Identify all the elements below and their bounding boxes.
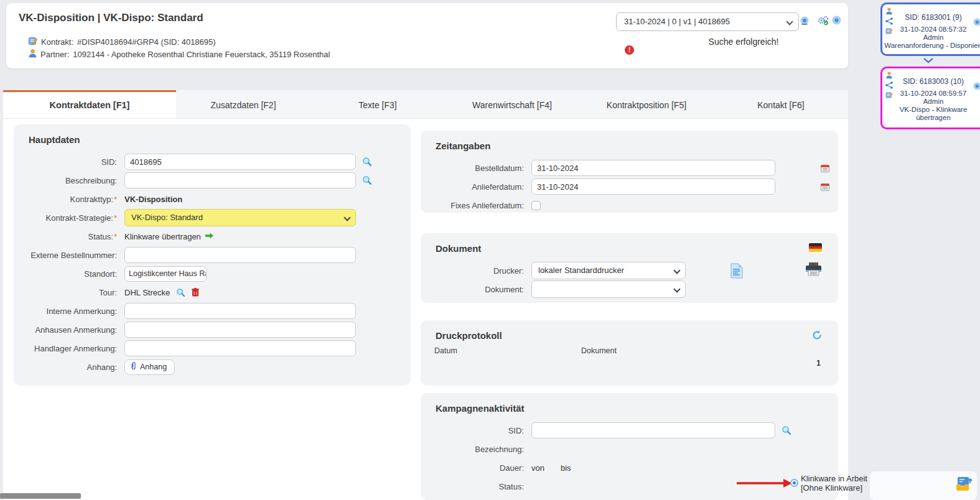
edit-note-icon[interactable] [885, 27, 893, 36]
record-disc-icon[interactable] [832, 16, 841, 27]
drucker-row: Drucker: lokaler Standarddrucker [421, 261, 838, 280]
klinkware-status-option[interactable]: Klinkware in Arbeit [Ohne Klinkware] [801, 474, 867, 493]
standort-value-box[interactable]: Logistikcenter Haus Ra [124, 266, 207, 282]
column-header-dokument: Dokument [581, 346, 617, 355]
record-disc-icon[interactable] [973, 18, 980, 27]
history-card-2[interactable]: SID: 6183003 (10) 31-10-2024 08:59:57 Ad… [880, 67, 980, 129]
column-header-datum: Datum [434, 346, 457, 355]
page-title: VK-Disposition | VK-Dispo: Standard [19, 12, 203, 24]
kampagne-sid-row: SID: [421, 421, 838, 440]
drucker-select[interactable]: lokaler Standarddrucker [531, 262, 686, 279]
kampagne-status-label: Status: [424, 482, 531, 491]
app-window: VK-Disposition | VK-Dispo: Standard Kont… [0, 0, 980, 500]
dauer-values: vonbis [531, 463, 587, 473]
delete-trash-icon[interactable] [192, 288, 199, 297]
share-icon[interactable] [885, 81, 893, 90]
interne-anmerkung-label: Interne Anmerkung: [17, 307, 124, 316]
record-disc-icon[interactable] [973, 82, 980, 91]
history-card-user: Admin [884, 34, 980, 42]
edit-note-icon[interactable] [885, 91, 893, 100]
settings-gears-icon[interactable] [818, 16, 829, 29]
panel-title: Kampagnenaktivität [421, 393, 838, 421]
bestelldatum-input[interactable] [531, 160, 775, 176]
strategie-row: Kontrakt-Strategie:* VK-Dispo: Standard [14, 208, 411, 227]
person-icon [885, 72, 893, 80]
fixes-anlieferdatum-checkbox[interactable] [531, 201, 541, 210]
tab-zusatzdaten[interactable]: Zusatzdaten [F2] [176, 90, 310, 118]
interne-anmerkung-input[interactable] [124, 303, 356, 319]
status-message: Suche erfolgreich! [666, 37, 821, 47]
panel-title: Hauptdaten [14, 124, 411, 152]
anhausen-anmerkung-label: Anhausen Anmerkung: [17, 325, 124, 335]
history-card-meta: 31-10-2024 08:57:32 Admin Warenanforderu… [884, 25, 980, 50]
refresh-icon[interactable] [812, 330, 822, 343]
flow-chevron-down-icon [923, 55, 934, 66]
klinkware-radio[interactable] [790, 479, 798, 487]
reload-search-icon[interactable] [800, 16, 810, 29]
share-icon[interactable] [885, 17, 893, 26]
druckprotokoll-panel: Druckprotokoll Datum Dokument 1 [421, 320, 838, 386]
partner-line: Partner: 1092144 - Apotheke Rosenthal Ch… [29, 49, 330, 60]
sid-label: SID: [17, 157, 124, 167]
sid-input[interactable] [124, 154, 356, 170]
kontrakt-value: #DISP4018694#GRP4 (SID: 4018695) [77, 37, 216, 47]
header-card: VK-Disposition | VK-Dispo: Standard Kont… [6, 3, 848, 68]
dokument-select[interactable] [531, 280, 686, 298]
anhausen-anmerkung-row: Anhausen Anmerkung: [14, 320, 411, 339]
history-card-status: Warenanforderung - Disponiert [884, 42, 980, 50]
tab-kontraktdaten[interactable]: Kontraktdaten [F1] [3, 90, 176, 118]
search-icon[interactable] [362, 157, 372, 167]
kontrakttyp-row: Kontrakttyp:* VK-Disposition [14, 190, 411, 208]
externe-bestellnummer-input[interactable] [124, 247, 356, 263]
kontrakt-label: Kontrakt: [41, 37, 73, 47]
kampagne-sid-label: SID: [424, 426, 531, 435]
calendar-icon[interactable] [821, 183, 829, 191]
beschreibung-input[interactable] [124, 172, 356, 188]
handlager-anmerkung-row: Handlager Anmerkung: [14, 339, 411, 358]
fixes-anlieferdatum-label: Fixes Anlieferdatum: [424, 201, 531, 210]
horizontal-scrollbar-thumb[interactable] [0, 493, 81, 499]
externe-bestellnummer-row: Externe Bestellnummer: [14, 246, 411, 264]
dokument-panel: Dokument Drucker: lokaler Standarddrucke… [421, 233, 838, 303]
status-forward-arrow-icon[interactable] [205, 232, 214, 241]
chevron-down-icon [673, 267, 680, 274]
dauer-label: Dauer: [424, 463, 531, 473]
search-icon[interactable] [176, 288, 185, 297]
chevron-down-icon [343, 214, 350, 221]
dokument-label: Dokument: [424, 285, 531, 294]
error-exclamation-icon: ! [625, 45, 634, 55]
dauer-row: Dauer: vonbis [421, 458, 838, 477]
tab-warenwirtschaft[interactable]: Warenwirtschaft [F4] [445, 90, 579, 118]
status-label: Status:* [17, 232, 124, 241]
kampagne-sid-input[interactable] [531, 422, 775, 438]
kontrakttyp-value: VK-Disposition [124, 195, 182, 204]
partner-value: 1092144 - Apotheke Rosenthal Christiane … [73, 50, 330, 59]
document-preview-icon[interactable] [730, 263, 743, 281]
outbox-icon[interactable] [956, 476, 973, 494]
search-icon[interactable] [362, 175, 372, 185]
strategie-select[interactable]: VK-Dispo: Standard [124, 209, 356, 226]
history-card-1[interactable]: SID: 6183001 (9) 31-10-2024 08:57:32 Adm… [880, 2, 980, 56]
calendar-icon[interactable] [821, 164, 829, 172]
version-select[interactable]: 31-10-2024 | 0 | v1 | 4018695 [616, 12, 799, 31]
anhang-label: Anhang: [17, 363, 124, 372]
anhang-button[interactable]: Anhang [124, 359, 175, 375]
tab-kontakt[interactable]: Kontakt [F6] [714, 90, 848, 118]
anhausen-anmerkung-input[interactable] [124, 322, 356, 338]
panel-title: Dokument [421, 233, 838, 261]
chevron-down-icon [673, 285, 680, 292]
anlieferdatum-label: Anlieferdatum: [424, 182, 531, 192]
handlager-anmerkung-input[interactable] [124, 340, 356, 356]
tab-kontraktposition[interactable]: Kontraktposition [F5] [579, 90, 714, 118]
history-card-sid: SID: 6183003 (10) [884, 77, 980, 86]
fixes-anlieferdatum-row: Fixes Anlieferdatum: [421, 196, 838, 215]
printer-icon[interactable] [805, 262, 822, 279]
status-value: Klinkware übertragen [124, 232, 214, 241]
search-icon[interactable] [782, 425, 791, 435]
anlieferdatum-input[interactable] [531, 178, 775, 195]
page-number[interactable]: 1 [816, 359, 821, 368]
partner-person-icon [29, 49, 37, 60]
tour-label: Tour: [17, 288, 124, 297]
person-icon [885, 7, 893, 16]
tab-texte[interactable]: Texte [F3] [310, 90, 445, 118]
